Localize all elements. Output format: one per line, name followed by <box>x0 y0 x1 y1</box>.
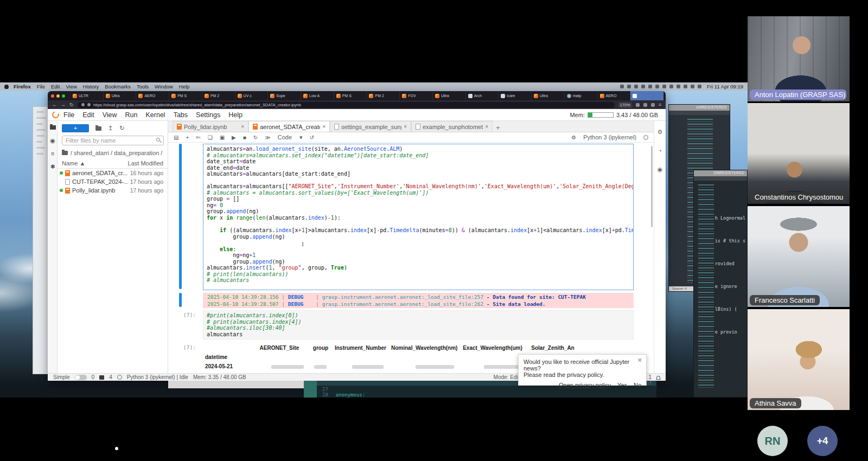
menubar-status-icon[interactable] <box>627 85 631 88</box>
menubar-status-icon[interactable] <box>641 85 645 88</box>
browser-tab[interactable]: Ultra <box>433 91 466 100</box>
back-icon[interactable]: ← <box>52 103 57 107</box>
browser-tab[interactable]: Low A <box>301 91 334 100</box>
finder-window[interactable] <box>33 106 49 374</box>
minimize-window-button[interactable] <box>56 94 60 98</box>
jupyterlab-menu-item[interactable]: Settings <box>196 111 220 119</box>
macos-menu-item[interactable]: Help <box>179 84 190 89</box>
url-bar[interactable]: https://cloud.grasp-sas.com/user/lopatin… <box>78 102 615 108</box>
notebook-scrollbar[interactable] <box>651 146 653 227</box>
code-cell-editor-2[interactable]: #print(almucantars.index[0])# print(almu… <box>203 310 634 340</box>
jupyterlab-menu-item[interactable]: Kernel <box>146 111 165 119</box>
property-inspector-icon[interactable]: ⚙ <box>658 129 663 136</box>
sublime-window-2[interactable]: UNREGISTERED h Lognormal is # this s rov… <box>693 170 748 398</box>
browser-tab[interactable]: Ultra <box>104 91 137 100</box>
new-folder-icon[interactable] <box>95 126 101 131</box>
refresh-notebook-icon[interactable]: ↺ <box>310 135 314 140</box>
breadcrumb[interactable]: / shared_atarri / data_preparation / <box>71 150 162 156</box>
dashboard-icon[interactable]: ◔ <box>658 148 662 154</box>
macos-menu-item[interactable]: Tools <box>137 84 149 89</box>
participant-video[interactable]: Constantinos Chrysostomou <box>748 103 850 204</box>
browser-tab[interactable]: UV c <box>235 91 269 100</box>
file-list-item[interactable]: aeronet_SDATA_cr...16 hours ago <box>58 169 168 177</box>
cell-type-dropdown[interactable]: Code▾ <box>278 134 303 141</box>
menubar-status-icon[interactable] <box>620 85 624 88</box>
browser-tab[interactable]: matp <box>565 91 598 100</box>
folder-icon[interactable] <box>62 151 68 155</box>
kernel-status-icon[interactable] <box>643 135 648 140</box>
jupyterlab-menu-item[interactable]: Run <box>125 111 138 119</box>
yes-button[interactable]: Yes <box>617 382 627 388</box>
maximize-window-button[interactable] <box>62 94 65 98</box>
browser-tab[interactable]: Supe <box>268 91 301 100</box>
open-privacy-policy-link[interactable]: Open privacy policy <box>559 382 611 388</box>
menubar-status-icon[interactable] <box>655 85 659 88</box>
close-window-button[interactable] <box>51 94 54 98</box>
filter-files-input[interactable] <box>62 136 164 145</box>
jupyterlab-menu-item[interactable]: File <box>63 111 74 119</box>
running-sessions-icon[interactable]: ◉ <box>48 134 58 147</box>
extensions-icon[interactable] <box>643 103 647 107</box>
bell-icon[interactable] <box>656 376 660 379</box>
jupyterlab-menu-item[interactable]: Help <box>228 111 242 119</box>
copy-cell-icon[interactable]: ❏ <box>208 135 213 140</box>
notifications-count[interactable]: 1 <box>648 374 652 380</box>
browser-tab[interactable]: AERO <box>598 91 631 100</box>
document-tab[interactable]: example_sunphotometer_ir× <box>411 121 493 132</box>
menubar-app-name[interactable]: Firefox <box>14 84 31 89</box>
apple-logo[interactable] <box>4 85 9 89</box>
document-tab[interactable]: Polly_lidar.ipynb× <box>173 121 248 132</box>
browser-tab[interactable]: AERO <box>136 91 169 100</box>
menubar-status-icon[interactable] <box>669 85 673 88</box>
browser-tab[interactable]: Arch <box>466 91 499 100</box>
participant-video[interactable]: Athina Savva <box>748 309 850 410</box>
menubar-status-icon[interactable] <box>648 85 652 88</box>
menubar-status-icon[interactable] <box>676 85 680 88</box>
file-list-item[interactable]: CUT-TEPAK_2024-...17 hours ago <box>58 177 168 186</box>
reload-icon[interactable]: ↻ <box>69 103 74 107</box>
browser-tab[interactable]: PM S <box>334 91 367 100</box>
close-icon[interactable]: × <box>485 124 488 130</box>
close-icon[interactable]: ✕ <box>637 357 642 364</box>
menubar-status-icon[interactable] <box>662 85 666 88</box>
macos-menu-item[interactable]: Edit <box>51 84 60 89</box>
file-list-item[interactable]: Polly_lidar.ipynb17 hours ago <box>58 186 168 195</box>
browser-tab[interactable]: PM S <box>169 91 202 100</box>
add-cell-icon[interactable]: + <box>186 135 189 140</box>
no-button[interactable]: No <box>634 382 641 388</box>
cell-collapser[interactable] <box>179 144 182 289</box>
menubar-status-icon[interactable] <box>684 85 687 88</box>
participant-video[interactable]: Francesco Scarlatti <box>748 206 850 307</box>
macos-menu-item[interactable]: File <box>37 84 45 89</box>
menu-icon[interactable]: ≡ <box>659 103 661 107</box>
kernel-status-text[interactable]: Python 3 (ipykernel) | Idle <box>127 374 188 380</box>
browser-tab[interactable]: ULTR <box>71 91 104 100</box>
run-cell-icon[interactable]: ▶ <box>232 135 236 140</box>
participant-avatar[interactable]: +4 <box>807 426 838 456</box>
upload-icon[interactable]: ↥ <box>108 125 113 131</box>
shield-icon[interactable] <box>81 103 85 106</box>
extensions-puzzle-icon[interactable]: ✱ <box>48 160 58 173</box>
macos-menu-item[interactable]: Window <box>155 84 173 89</box>
account-icon[interactable] <box>651 103 655 107</box>
macos-menu-item[interactable]: History <box>83 84 99 89</box>
code-cell-editor[interactable]: almucantars=an.load_aeronet_site(site, a… <box>203 144 634 290</box>
new-tab-icon[interactable]: + <box>496 124 500 132</box>
document-tab[interactable]: aeronet_SDATA_creator.ipy× <box>248 121 330 132</box>
menubar-status-icon[interactable] <box>698 85 701 88</box>
close-icon[interactable]: × <box>322 124 326 130</box>
download-icon[interactable] <box>636 103 640 107</box>
macos-menu-item[interactable]: View <box>66 84 76 89</box>
simple-mode-toggle[interactable] <box>75 375 87 380</box>
browser-tab[interactable]: Ultra <box>532 91 565 100</box>
menubar-status-icon[interactable] <box>634 85 638 88</box>
participant-video[interactable]: Anton Lopatin (GRASP SAS) <box>748 16 850 101</box>
stop-kernel-icon[interactable]: ■ <box>243 135 246 140</box>
save-icon[interactable]: ▤ <box>174 135 178 140</box>
file-browser-icon[interactable] <box>48 121 58 134</box>
refresh-icon[interactable]: ↻ <box>119 125 124 131</box>
kernel-name[interactable]: Python 3 (ipykernel) <box>583 134 636 140</box>
close-icon[interactable]: × <box>241 124 244 130</box>
cut-cell-icon[interactable]: ✄ <box>196 135 200 140</box>
column-last-modified[interactable]: Last Modified <box>128 160 163 167</box>
